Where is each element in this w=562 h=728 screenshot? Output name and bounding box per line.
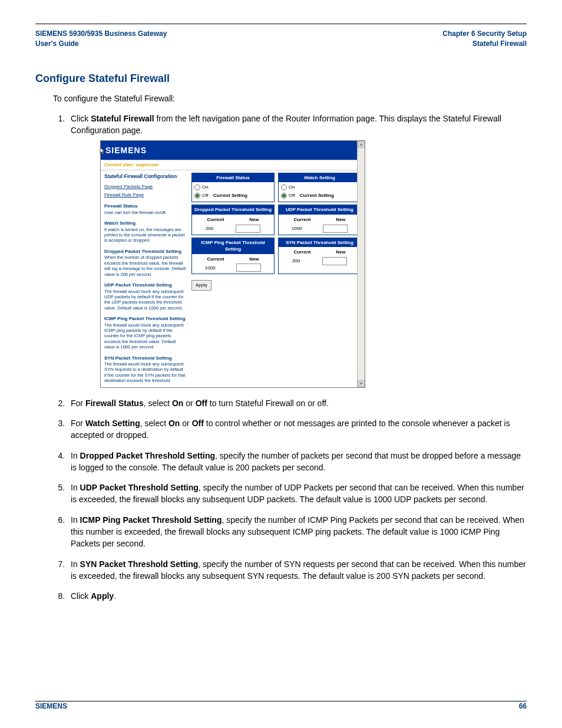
radio-fw-on[interactable] xyxy=(194,185,200,190)
sb-t-syn: The firewall would block any subsequent … xyxy=(104,361,186,384)
scroll-up-icon[interactable]: ▴ xyxy=(358,141,365,148)
intro-text: To configure the Stateful Firewall: xyxy=(53,93,527,105)
embedded-screenshot: ▴ ▾ SIEMENS Current User: superuser Stat… xyxy=(100,140,365,388)
page-footer: SIEMENS 66 xyxy=(35,702,527,710)
radio-watch-on[interactable] xyxy=(281,185,287,190)
step-8: Click Apply. xyxy=(67,590,527,602)
sb-t-udp: The firewall would block any subsequent … xyxy=(104,289,186,311)
syn-current: 200 xyxy=(292,258,300,265)
panel-dropped-threshold: Dropped Packet Threshold Setting Current… xyxy=(191,205,275,235)
step-1: Click Stateful Firewall from the left na… xyxy=(67,113,527,387)
apply-button[interactable]: Apply xyxy=(191,280,211,291)
dropped-current: 200 xyxy=(206,225,213,232)
dropped-new-input[interactable] xyxy=(236,225,260,233)
panel-icmp-threshold: ICMP Ping Packet Threshold Setting Curre… xyxy=(191,238,275,275)
header-chapter: Chapter 6 Security Setup xyxy=(442,29,527,39)
step-3: For Watch Setting, select On or Off to c… xyxy=(67,417,527,442)
header-doc: User's Guide xyxy=(35,39,167,49)
sb-t-firewall-status: User can turn the firewall on/off. xyxy=(104,210,186,215)
syn-new-input[interactable] xyxy=(322,257,347,265)
page-header: SIEMENS 5930/5935 Business Gateway User'… xyxy=(35,29,527,49)
sb-h-syn: SYN Packet Threshold Setting xyxy=(104,355,186,362)
header-section: Stateful Firewall xyxy=(442,39,527,49)
udp-new-input[interactable] xyxy=(323,225,348,233)
icmp-current: 1000 xyxy=(205,265,216,272)
panel-udp-threshold: UDP Packet Threshold Setting CurrentNew … xyxy=(278,205,361,235)
scrollbar[interactable]: ▴ ▾ xyxy=(357,141,365,387)
panel-watch-setting: Watch Setting On Off Current Setting xyxy=(278,173,361,203)
sb-t-icmp: The firewall would block any subsequent … xyxy=(104,322,186,350)
sb-h-watch: Watch Setting xyxy=(104,220,186,227)
sidebar: Stateful Firewall Configuration Dropped … xyxy=(101,170,189,387)
radio-fw-off[interactable] xyxy=(194,193,200,199)
step-2: For Firewall Status, select On or Off to… xyxy=(67,397,527,409)
sb-h-dropped: Dropped Packet Threshold Setting xyxy=(104,248,186,255)
scroll-down-icon[interactable]: ▾ xyxy=(358,380,365,387)
panel-firewall-status: Firewall Status On Off Current Setting xyxy=(191,173,275,203)
sb-h-firewall-status: Firewall Status xyxy=(104,203,186,210)
step-5: In UDP Packet Threshold Setting, specify… xyxy=(67,482,527,506)
step-7: In SYN Packet Threshold Setting, specify… xyxy=(67,558,527,582)
header-product: SIEMENS 5930/5935 Business Gateway xyxy=(35,29,167,39)
step-4: In Dropped Packet Threshold Setting, spe… xyxy=(67,450,527,474)
link-firewall-rule[interactable]: Firewall Rule Page xyxy=(104,192,186,199)
sidebar-title: Stateful Firewall Configuration xyxy=(104,173,186,180)
step-6: In ICMP Ping Packet Threshold Setting, s… xyxy=(67,514,527,550)
section-title: Configure Stateful Firewall xyxy=(35,73,527,85)
link-dropped-packets[interactable]: Dropped Packets Page xyxy=(104,183,186,190)
sb-t-dropped: When the number of dropped packets excee… xyxy=(104,255,186,277)
sb-t-watch: If watch is turned on, the messages are … xyxy=(104,227,186,243)
footer-brand: SIEMENS xyxy=(35,702,67,710)
panel-syn-threshold: SYN Packet Threshold Setting CurrentNew … xyxy=(278,238,361,275)
brand-bar: SIEMENS xyxy=(101,141,365,160)
brand-logo: SIEMENS xyxy=(105,146,147,155)
footer-page-number: 66 xyxy=(519,702,527,710)
sb-h-icmp: ICMP Ping Packet Threshold Setting xyxy=(104,315,186,322)
main-pane: Firewall Status On Off Current Setting W… xyxy=(189,170,365,387)
sb-h-udp: UDP Packet Threshold Setting xyxy=(104,282,186,289)
steps-list: Click Stateful Firewall from the left na… xyxy=(53,113,527,602)
icmp-new-input[interactable] xyxy=(236,263,261,272)
udp-current: 1000 xyxy=(292,225,302,232)
radio-watch-off[interactable] xyxy=(281,193,287,199)
current-user-bar: Current User: superuser xyxy=(101,160,365,170)
